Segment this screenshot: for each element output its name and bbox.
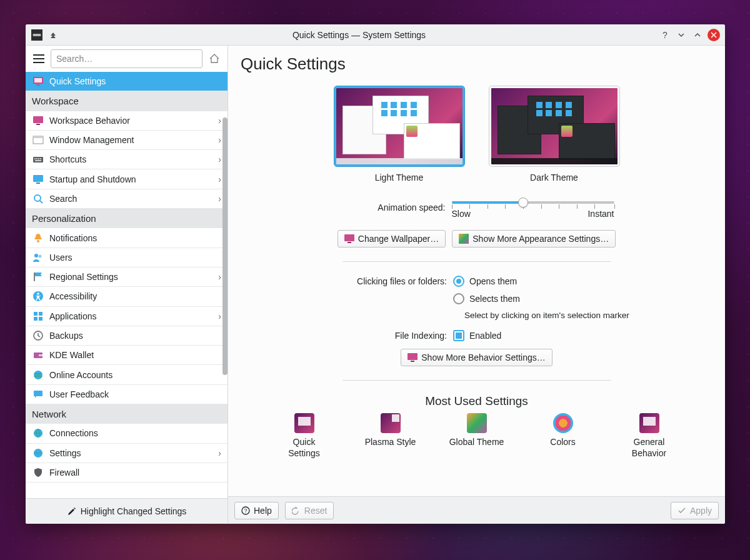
most-used-general-behavior[interactable]: General Behavior bbox=[621, 413, 678, 459]
monitor-icon bbox=[32, 114, 44, 127]
theme-option-light[interactable]: Light Theme bbox=[334, 86, 464, 182]
sidebar-item-kde-wallet[interactable]: KDE Wallet bbox=[26, 346, 228, 365]
sidebar-item-user-feedback[interactable]: User Feedback bbox=[26, 385, 228, 404]
sidebar-item-notifications[interactable]: Notifications bbox=[26, 228, 228, 248]
svg-rect-21 bbox=[34, 272, 35, 281]
divider bbox=[342, 380, 611, 381]
sidebar: Quick Settings Workspace Workspace Behav… bbox=[26, 46, 228, 524]
theme-icon bbox=[467, 413, 487, 433]
most-used-global-theme[interactable]: Global Theme bbox=[449, 413, 505, 459]
monitor-icon bbox=[639, 413, 659, 433]
hamburger-icon[interactable] bbox=[31, 51, 47, 67]
main-pane: Quick Settings bbox=[228, 46, 725, 524]
most-used-colors[interactable]: Colors bbox=[535, 413, 591, 459]
sidebar-item-label: Window Management bbox=[49, 135, 218, 145]
sidebar-item-users[interactable]: Users bbox=[26, 248, 228, 268]
checkbox-file-indexing[interactable]: Enabled bbox=[453, 330, 501, 341]
check-icon bbox=[678, 506, 686, 515]
slider-end-slow: Slow bbox=[452, 209, 471, 219]
svg-rect-4 bbox=[36, 84, 40, 86]
svg-rect-37 bbox=[459, 234, 469, 244]
sidebar-item-accessibility[interactable]: Accessibility bbox=[26, 287, 228, 306]
sidebar-item-label: Online Accounts bbox=[49, 370, 221, 380]
svg-rect-30 bbox=[39, 354, 42, 356]
sidebar-item-regional[interactable]: Regional Settings › bbox=[26, 268, 228, 287]
svg-text:?: ? bbox=[244, 508, 247, 514]
svg-rect-6 bbox=[36, 124, 40, 125]
highlight-changed-label: Highlight Changed Settings bbox=[81, 506, 187, 516]
sidebar-item-startup-shutdown[interactable]: Startup and Shutdown › bbox=[26, 169, 228, 189]
svg-rect-36 bbox=[348, 242, 351, 243]
change-wallpaper-button[interactable]: Change Wallpaper… bbox=[338, 230, 446, 248]
apply-button[interactable]: Apply bbox=[671, 502, 719, 519]
svg-point-23 bbox=[37, 293, 39, 296]
most-used-plasma-style[interactable]: Plasma Style bbox=[362, 413, 419, 459]
sidebar-item-applications[interactable]: Applications › bbox=[26, 307, 228, 326]
svg-rect-26 bbox=[34, 317, 38, 321]
button-label: Apply bbox=[690, 506, 712, 516]
close-icon[interactable] bbox=[708, 29, 720, 41]
svg-rect-3 bbox=[34, 78, 42, 82]
sidebar-item-connections[interactable]: Connections bbox=[26, 424, 228, 443]
apps-icon bbox=[32, 310, 44, 322]
svg-rect-24 bbox=[34, 312, 38, 316]
screen-icon bbox=[32, 173, 44, 186]
show-appearance-button[interactable]: Show More Appearance Settings… bbox=[452, 230, 616, 248]
animation-speed-slider[interactable] bbox=[452, 196, 614, 209]
sidebar-item-label: Backups bbox=[49, 331, 221, 341]
radio-selects-them[interactable]: Selects them bbox=[453, 293, 520, 304]
help-icon[interactable]: ? bbox=[659, 29, 671, 41]
sidebar-item-workspace-behavior[interactable]: Workspace Behavior › bbox=[26, 111, 228, 131]
sidebar-item-search[interactable]: Search › bbox=[26, 189, 228, 209]
sidebar-item-firewall[interactable]: Firewall bbox=[26, 463, 228, 482]
most-used-label: General Behavior bbox=[621, 437, 678, 459]
help-button[interactable]: ? Help bbox=[234, 502, 279, 519]
sidebar-item-label: KDE Wallet bbox=[49, 350, 221, 360]
highlight-changed-button[interactable]: Highlight Changed Settings bbox=[62, 504, 192, 519]
sidebar-scrollbar[interactable] bbox=[222, 118, 228, 375]
animation-speed-label: Animation speed: bbox=[339, 202, 446, 212]
svg-rect-11 bbox=[36, 158, 38, 159]
sidebar-item-network-settings[interactable]: Settings › bbox=[26, 444, 228, 463]
svg-rect-5 bbox=[33, 116, 43, 123]
svg-point-19 bbox=[34, 254, 38, 258]
titlebar: Quick Settings — System Settings ? bbox=[26, 24, 725, 46]
home-icon[interactable] bbox=[206, 51, 222, 67]
sidebar-item-backups[interactable]: Backups bbox=[26, 326, 228, 346]
sidebar-item-label: Notifications bbox=[49, 233, 221, 243]
sidebar-item-label: Users bbox=[49, 252, 221, 262]
minimize-icon[interactable] bbox=[675, 29, 688, 41]
sidebar-item-label: Applications bbox=[49, 311, 218, 321]
sidebar-item-window-management[interactable]: Window Management › bbox=[26, 131, 228, 150]
search-input[interactable] bbox=[51, 49, 202, 68]
svg-rect-27 bbox=[39, 317, 42, 321]
sidebar-header-personalization: Personalization bbox=[26, 209, 228, 228]
svg-point-18 bbox=[37, 240, 39, 242]
keep-above-icon[interactable] bbox=[47, 29, 59, 41]
monitor-icon bbox=[408, 353, 418, 362]
chevron-right-icon: › bbox=[218, 272, 221, 282]
most-used-quick-settings[interactable]: Quick Settings bbox=[276, 413, 332, 459]
sidebar-item-quick-settings[interactable]: Quick Settings bbox=[26, 72, 228, 91]
magnifier-icon bbox=[32, 192, 44, 205]
slider-end-instant: Instant bbox=[588, 209, 614, 219]
window-title: Quick Settings — System Settings bbox=[63, 30, 655, 40]
undo-icon bbox=[292, 506, 301, 515]
maximize-icon[interactable] bbox=[691, 29, 704, 41]
checkbox-label: Enabled bbox=[469, 331, 501, 341]
theme-option-dark[interactable]: Dark Theme bbox=[489, 86, 619, 182]
sidebar-item-shortcuts[interactable]: Shortcuts › bbox=[26, 150, 228, 169]
sidebar-item-label: Search bbox=[49, 194, 218, 204]
sidebar-list: Quick Settings Workspace Workspace Behav… bbox=[26, 72, 228, 498]
colors-icon bbox=[553, 413, 573, 433]
sidebar-item-online-accounts[interactable]: Online Accounts bbox=[26, 365, 228, 384]
keyboard-icon bbox=[32, 153, 44, 166]
reset-button[interactable]: Reset bbox=[285, 502, 334, 519]
button-label: Change Wallpaper… bbox=[358, 234, 439, 244]
show-behavior-button[interactable]: Show More Behavior Settings… bbox=[401, 349, 552, 366]
footer: ? Help Reset Apply bbox=[228, 496, 725, 524]
radio-opens-them[interactable]: Opens them bbox=[453, 276, 517, 287]
radio-label: Opens them bbox=[469, 276, 517, 286]
theme-thumbnail-dark bbox=[489, 86, 619, 166]
globe-icon bbox=[32, 447, 44, 459]
